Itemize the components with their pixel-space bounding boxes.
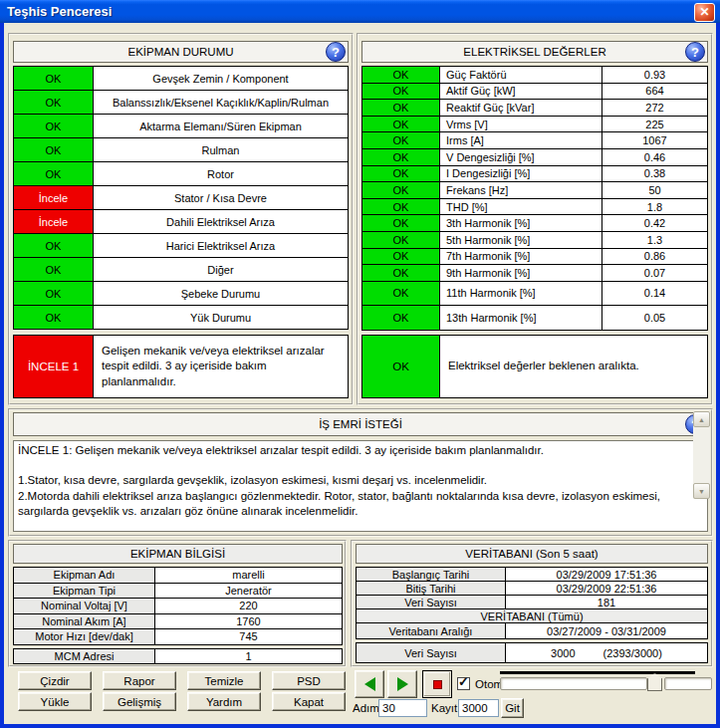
status-row: OK Gevşek Zemin / Komponent: [13, 66, 349, 91]
help-icon[interactable]: ?: [685, 42, 705, 62]
scroll-up-icon: ▲: [698, 416, 705, 423]
electrical-values-header: ELEKTRİKSEL DEĞERLER ?: [361, 41, 708, 63]
value-label: I Dengesizliği [%]: [440, 166, 602, 182]
status-row: OK Şebeke Durumu: [13, 281, 349, 306]
info-label: Nominal Akım [A]: [14, 614, 155, 629]
info-label: Bitiş Tarihi: [357, 582, 506, 595]
value-row: OK 13th Harmonik [%] 0.05: [361, 305, 708, 330]
status-row: OK Harici Elektriksel Arıza: [13, 233, 349, 258]
equipment-info-table: Ekipman Adı marelli Ekipman Tipi Jenerat…: [13, 567, 343, 664]
slider-track-left[interactable]: [500, 677, 647, 690]
status-label: Gevşek Zemin / Komponent: [94, 67, 348, 90]
info-value-main: marelli: [232, 569, 264, 581]
value-row: OK THD [%] 1.8: [361, 198, 708, 216]
info-label: Ekipman Tipi: [14, 584, 155, 599]
action-button[interactable]: Kapat: [272, 692, 346, 711]
status-badge: OK: [362, 199, 440, 215]
value-number: 0.05: [602, 306, 707, 329]
work-order-scrollbar[interactable]: ▲ ▼: [693, 411, 710, 499]
info-row: MCM Adresi 1: [13, 648, 343, 665]
record-slider[interactable]: [492, 669, 715, 700]
database-header: VERİTABANI (Son 5 saat): [356, 544, 708, 564]
info-label: Nominal Voltaj [V]: [14, 599, 155, 613]
scroll-up-button[interactable]: ▲: [693, 411, 710, 427]
value-number: 0.93: [602, 67, 707, 83]
titlebar[interactable]: Teşhis Penceresi ✕: [0, 0, 720, 23]
info-value: 03/29/2009 22:51:36: [506, 582, 707, 595]
value-number: 1.3: [602, 232, 707, 248]
info-value-main: 03/27/2009 - 03/31/2009: [547, 625, 666, 637]
action-button[interactable]: Rapor: [103, 671, 176, 690]
status-row: OK Rulman: [13, 137, 349, 162]
info-value-main: Jeneratör: [225, 585, 271, 597]
value-label: THD [%]: [440, 199, 602, 215]
summary-text: Elektriksel değerler beklenen aralıkta.: [440, 336, 707, 397]
status-badge: OK: [362, 117, 440, 132]
equipment-status-table: OK Gevşek Zemin / Komponent OK Balanssız…: [13, 66, 349, 330]
slider-thumb[interactable]: [647, 673, 662, 691]
status-label: Stator / Kısa Devre: [94, 186, 348, 209]
value-label: 9th Harmonik [%]: [440, 265, 602, 281]
equipment-status-summary: İNCELE 1 Gelişen mekanik ve/veya elektri…: [13, 335, 349, 398]
value-row: OK 7th Harmonik [%] 0.86: [361, 248, 708, 266]
equipment-status-header: EKİPMAN DURUMU ?: [13, 41, 349, 63]
info-value: Jeneratör: [155, 584, 342, 599]
value-number: 664: [602, 84, 707, 100]
value-label: 11th Harmonik [%]: [440, 282, 602, 305]
info-label: Motor Hızı [dev/dak]: [14, 629, 155, 644]
scroll-down-button[interactable]: ▼: [693, 483, 710, 499]
kayit-input[interactable]: [458, 699, 499, 717]
client-area: EKİPMAN DURUMU ? OK Gevşek Zemin / Kompo…: [4, 23, 716, 724]
work-order-text[interactable]: İNCELE 1: Gelişen mekanik ve/veya elektr…: [13, 440, 708, 532]
work-order-title: İŞ EMRİ İSTEĞİ: [319, 418, 402, 430]
value-label: Aktif Güç [kW]: [440, 84, 602, 100]
git-button[interactable]: Git: [501, 698, 524, 718]
value-row: OK 9th Harmonik [%] 0.07: [361, 264, 708, 282]
action-button[interactable]: PSD: [272, 671, 346, 690]
value-number: 1067: [602, 132, 707, 148]
info-value: 03/29/2009 17:51:36: [506, 568, 707, 581]
otom-checkbox[interactable]: ✓: [457, 677, 470, 690]
action-button[interactable]: Çizdir: [18, 671, 92, 690]
action-button[interactable]: Yardım: [187, 692, 261, 711]
status-row: İncele Dahili Elektriksel Arıza: [13, 209, 349, 234]
slider-track-right[interactable]: [664, 677, 712, 690]
help-icon[interactable]: ?: [326, 42, 346, 62]
value-row: OK Frekans [Hz] 50: [361, 181, 708, 199]
info-value-main: 181: [598, 597, 615, 608]
status-label: Aktarma Elemanı/Süren Ekipman: [94, 115, 348, 137]
window-title: Teşhis Penceresi: [0, 4, 112, 19]
equipment-status-panel: EKİPMAN DURUMU ? OK Gevşek Zemin / Kompo…: [8, 33, 354, 405]
adim-input[interactable]: [378, 699, 427, 717]
action-button[interactable]: Temizle: [187, 671, 261, 690]
info-value-main: 220: [239, 600, 257, 611]
step-forward-button[interactable]: [387, 670, 417, 698]
info-value-extra: (2393/3000): [603, 647, 662, 659]
stop-button[interactable]: [422, 670, 452, 698]
value-label: Güç Faktörü: [440, 67, 602, 83]
value-row: OK 3th Harmonik [%] 0.42: [361, 214, 708, 232]
action-button[interactable]: Yükle: [18, 692, 92, 711]
value-number: 50: [602, 182, 707, 198]
value-label: V Dengesizliği [%]: [440, 149, 602, 165]
status-badge: OK: [14, 91, 94, 114]
info-value-main: 03/29/2009 17:51:36: [557, 569, 657, 581]
info-row: Nominal Voltaj [V] 220: [13, 598, 343, 614]
status-row: OK Balanssızlık/Eksenel Kaçıklık/Kaplin/…: [13, 90, 349, 115]
action-button[interactable]: Gelişmiş: [103, 692, 176, 711]
info-value: 3000(2393/3000): [506, 643, 707, 662]
status-badge: OK: [362, 215, 440, 231]
close-button[interactable]: ✕: [694, 3, 715, 22]
status-row: OK Yük Durumu: [13, 305, 349, 330]
value-number: 0.38: [602, 166, 707, 182]
info-value-main: 1760: [236, 615, 260, 627]
status-badge: OK: [14, 162, 94, 185]
info-label: MCM Adresi: [14, 649, 155, 664]
status-badge: İncele: [14, 210, 94, 233]
status-badge: OK: [362, 306, 440, 329]
info-value: 181: [506, 596, 707, 608]
status-label: Rotor: [94, 162, 348, 185]
step-back-button[interactable]: [355, 670, 384, 698]
info-value-main: 745: [239, 630, 257, 642]
value-number: 0.46: [602, 149, 707, 165]
